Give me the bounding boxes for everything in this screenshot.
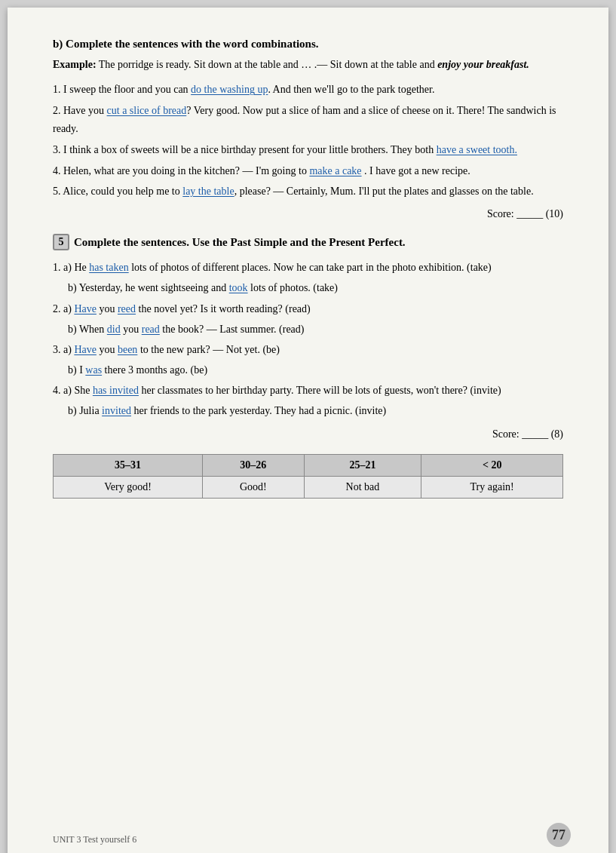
s5-2a-pre: 2. a) xyxy=(53,303,74,315)
score-value-2: Good! xyxy=(203,476,305,498)
item-5-text: 5. Alice, could you help me to xyxy=(53,186,182,197)
s5-1a-after: lots of photos of different places. Now … xyxy=(129,262,492,273)
score-table: 35–31 30–26 25–21 < 20 Very good! Good! … xyxy=(53,454,563,499)
s5-4a-ans: has invited xyxy=(93,385,139,396)
section5-title: Complete the sentences. Use the Past Sim… xyxy=(74,236,406,249)
page-number: 77 xyxy=(547,823,571,847)
section5-item-4a: 4. a) She has invited her classmates to … xyxy=(53,381,563,400)
score-table-value-row: Very good! Good! Not bad Try again! xyxy=(54,476,563,498)
exercise-item-3: 3. I think a box of sweets will be a nic… xyxy=(53,141,563,159)
s5-1a-answer: has taken xyxy=(89,262,128,273)
section5-item-1: 1. a) He has taken lots of photos of dif… xyxy=(53,258,563,277)
section5-score: Score: _____ (8) xyxy=(53,428,563,440)
score-header-4: < 20 xyxy=(421,454,563,476)
item-1-after: . And then we'll go to the park together… xyxy=(268,84,434,95)
s5-3a-ans2: been xyxy=(118,344,137,355)
score-value-3: Not bad xyxy=(304,476,421,498)
exercise-item-4: 4. Helen, what are you doing in the kitc… xyxy=(53,162,563,180)
item-3-answer: have a sweet tooth. xyxy=(437,144,517,155)
section-b: b) Complete the sentences with the word … xyxy=(53,38,563,220)
item-4-after: . I have got a new recipe. xyxy=(362,165,470,176)
section5-item-1b: b) Yesterday, he went sightseeing and to… xyxy=(53,278,563,297)
s5-4b-after: her friends to the park yesterday. They … xyxy=(131,405,386,416)
s5-2a-ans1: Have xyxy=(74,303,97,315)
section5-num: 5 xyxy=(53,234,69,250)
s5-3b-ans: was xyxy=(85,364,102,376)
s5-1b-answer: took xyxy=(229,282,248,293)
s5-1b: b) Yesterday, he went sightseeing and xyxy=(68,282,229,293)
item-2-num: 2. Have you xyxy=(53,105,107,116)
score-table-header-row: 35–31 30–26 25–21 < 20 xyxy=(54,454,563,476)
exercise-list-b: 1. I sweep the floor and you can do the … xyxy=(53,81,563,201)
s5-2a-after: the novel yet? Is it worth reading? (rea… xyxy=(136,303,311,315)
s5-3b-pre: b) I xyxy=(68,364,85,376)
s5-3b-after: there 3 months ago. (be) xyxy=(102,364,207,376)
exercise-item-1: 1. I sweep the floor and you can do the … xyxy=(53,81,563,99)
score-value-4: Try again! xyxy=(421,476,563,498)
section-b-header: b) Complete the sentences with the word … xyxy=(53,38,563,51)
s5-2b-after: the book? — Last summer. (read) xyxy=(160,324,305,335)
s5-4b-ans: invited xyxy=(102,405,131,416)
item-4-answer: make a cake xyxy=(309,165,361,176)
section5-item-4b: b) Julia invited her friends to the park… xyxy=(53,401,563,420)
s5-1b-after: lots of photos. (take) xyxy=(248,282,338,293)
s5-2b-pre: b) When xyxy=(68,324,107,335)
s5-3a-ans1: Have xyxy=(74,344,97,355)
section5-item-2b: b) When did you read the book? — Last su… xyxy=(53,320,563,339)
example-line: Example: The porridge is ready. Sit down… xyxy=(53,57,563,73)
page: b) Complete the sentences with the word … xyxy=(8,8,608,853)
item-4-text: 4. Helen, what are you doing in the kitc… xyxy=(53,165,309,176)
item-3-text: 3. I think a box of sweets will be a nic… xyxy=(53,144,437,155)
exercise-item-2: 2. Have you cut a slice of bread? Very g… xyxy=(53,102,563,138)
score-header-1: 35–31 xyxy=(54,454,203,476)
s5-3a-pre: 3. a) xyxy=(53,344,74,355)
item-2-answer: cut a slice of bread xyxy=(107,105,187,116)
score-header-2: 30–26 xyxy=(203,454,305,476)
section5-list: 1. a) He has taken lots of photos of dif… xyxy=(53,258,563,421)
item-5-after: , please? — Certainly, Mum. I'll put the… xyxy=(234,186,534,197)
s5-4a-pre: 4. a) She xyxy=(53,385,93,396)
section5-item-2a: 2. a) Have you reed the novel yet? Is it… xyxy=(53,299,563,318)
s5-3a-mid: you xyxy=(97,344,118,355)
item-5-answer: lay the table xyxy=(182,186,234,197)
score-value-1: Very good! xyxy=(54,476,203,498)
section-b-score: Score: _____ (10) xyxy=(53,208,563,220)
item-1-answer: do the washing up xyxy=(191,84,268,95)
example-label: Example: xyxy=(53,59,97,70)
s5-4a-after: her classmates to her birthday party. Th… xyxy=(139,385,501,396)
s5-4b-pre: b) Julia xyxy=(68,405,102,416)
exercise-item-5: 5. Alice, could you help me to lay the t… xyxy=(53,183,563,201)
s5-2b-ans1: did xyxy=(107,324,121,335)
s5-2a-mid: you xyxy=(97,303,118,315)
section-5: 5 Complete the sentences. Use the Past S… xyxy=(53,234,563,440)
s5-2a-ans2: reed xyxy=(118,303,136,315)
section5-item-3b: b) I was there 3 months ago. (be) xyxy=(53,361,563,379)
s5-2b-mid: you xyxy=(121,324,142,335)
s5-2b-ans2: read xyxy=(142,324,160,335)
score-header-3: 25–21 xyxy=(304,454,421,476)
footer: UNIT 3 Test yourself 6 xyxy=(53,834,136,845)
s5-1a: 1. a) He xyxy=(53,262,89,273)
item-1-num: 1. I sweep the floor and you can xyxy=(53,84,191,95)
example-italic: enjoy your breakfast. xyxy=(437,59,529,70)
section5-item-3a: 3. a) Have you been to the new park? — N… xyxy=(53,340,563,359)
s5-3a-after: to the new park? — Not yet. (be) xyxy=(137,344,280,355)
section5-header: 5 Complete the sentences. Use the Past S… xyxy=(53,234,563,250)
example-text: The porridge is ready. Sit down at the t… xyxy=(99,59,437,70)
